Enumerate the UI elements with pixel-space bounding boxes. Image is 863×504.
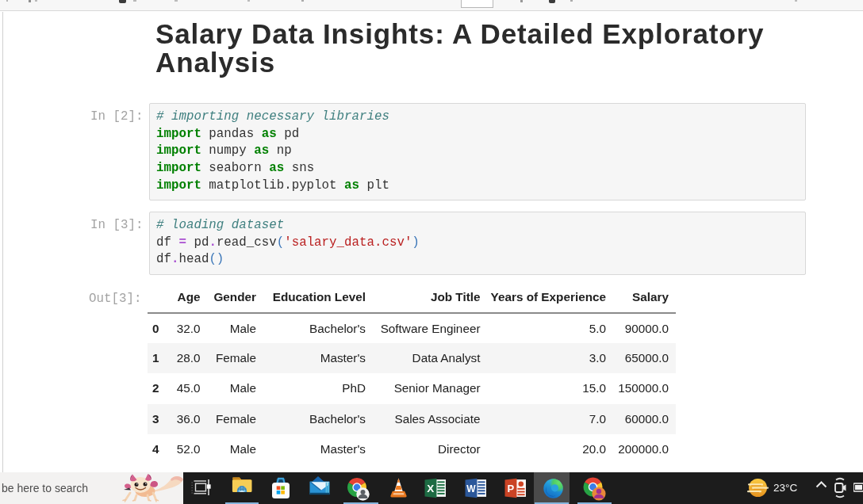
svg-text:P: P: [507, 483, 514, 494]
svg-text:W: W: [466, 483, 476, 494]
svg-text:X: X: [427, 483, 434, 494]
